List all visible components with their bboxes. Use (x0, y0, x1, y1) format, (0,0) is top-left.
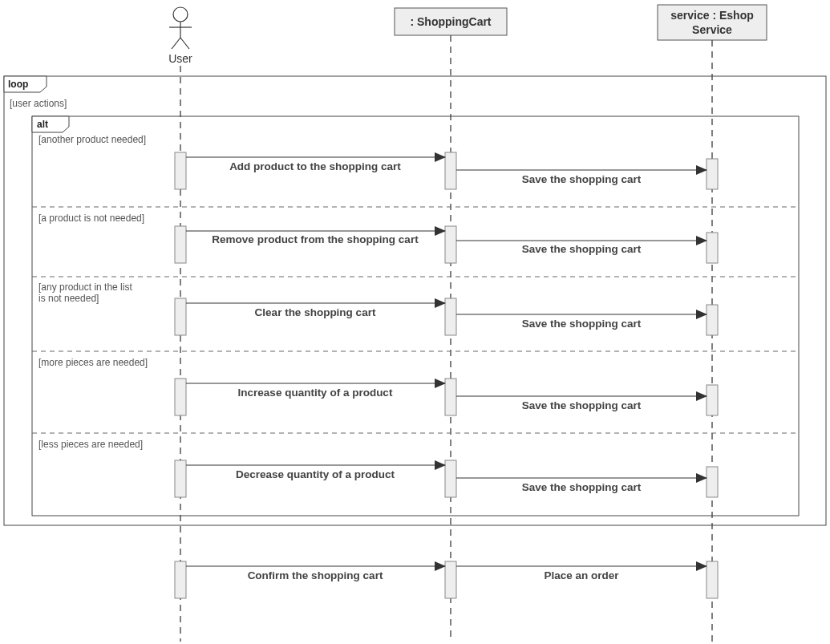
object-cart-label: : ShoppingCart (410, 15, 491, 28)
object-cart: : ShoppingCart (395, 8, 507, 35)
msg-add-label: Add product to the shopping cart (229, 160, 401, 172)
activation-cart-final (445, 561, 456, 598)
activation-user-1 (175, 152, 186, 189)
guard-any-1: [any product in the list (38, 281, 132, 293)
msg-place-order-label: Place an order (544, 569, 619, 581)
guard-less-pieces: [less pieces are needed] (38, 439, 143, 450)
loop-label: loop (8, 79, 28, 90)
msg-remove-label: Remove product from the shopping cart (212, 233, 419, 245)
activation-service-final (707, 561, 718, 598)
svg-line-3 (172, 38, 180, 49)
actor-user-label: User (168, 52, 192, 65)
guard-another-product: [another product needed] (38, 134, 146, 145)
activation-service-1 (707, 159, 718, 189)
activation-user-5 (175, 460, 186, 497)
msg-increase-label: Increase quantity of a product (238, 387, 393, 399)
object-service-label-2: Service (692, 23, 732, 36)
activation-service-4 (707, 385, 718, 415)
svg-line-4 (180, 38, 189, 49)
activation-user-4 (175, 379, 186, 415)
svg-point-0 (173, 7, 188, 22)
alt-label: alt (37, 119, 48, 130)
object-service: service : Eshop Service (658, 5, 767, 40)
activation-service-2 (707, 233, 718, 263)
loop-guard: [user actions] (10, 98, 67, 109)
activation-cart-1 (445, 152, 456, 189)
guard-not-needed: [a product is not needed] (38, 213, 144, 224)
alt-frame: alt (32, 116, 799, 516)
msg-save-3-label: Save the shopping cart (522, 318, 642, 330)
activation-cart-2 (445, 226, 456, 263)
activation-service-3 (707, 305, 718, 335)
activation-cart-5 (445, 460, 456, 497)
activation-user-3 (175, 298, 186, 335)
guard-any-2: is not needed] (38, 293, 99, 304)
activation-cart-3 (445, 298, 456, 335)
msg-decrease-label: Decrease quantity of a product (236, 468, 395, 480)
msg-save-5-label: Save the shopping cart (522, 481, 642, 493)
svg-rect-8 (32, 116, 799, 516)
actor-user: User (168, 7, 192, 65)
guard-more-pieces: [more pieces are needed] (38, 357, 148, 368)
msg-save-2-label: Save the shopping cart (522, 243, 642, 255)
object-service-label-1: service : Eshop (670, 9, 754, 22)
msg-save-4-label: Save the shopping cart (522, 399, 642, 411)
msg-clear-label: Clear the shopping cart (255, 306, 376, 318)
msg-save-1-label: Save the shopping cart (522, 173, 642, 185)
activation-service-5 (707, 467, 718, 497)
activation-user-final (175, 561, 186, 598)
activation-cart-4 (445, 379, 456, 415)
msg-confirm-label: Confirm the shopping cart (248, 569, 383, 581)
sequence-diagram: User : ShoppingCart service : Eshop Serv… (0, 0, 830, 644)
activation-user-2 (175, 226, 186, 263)
